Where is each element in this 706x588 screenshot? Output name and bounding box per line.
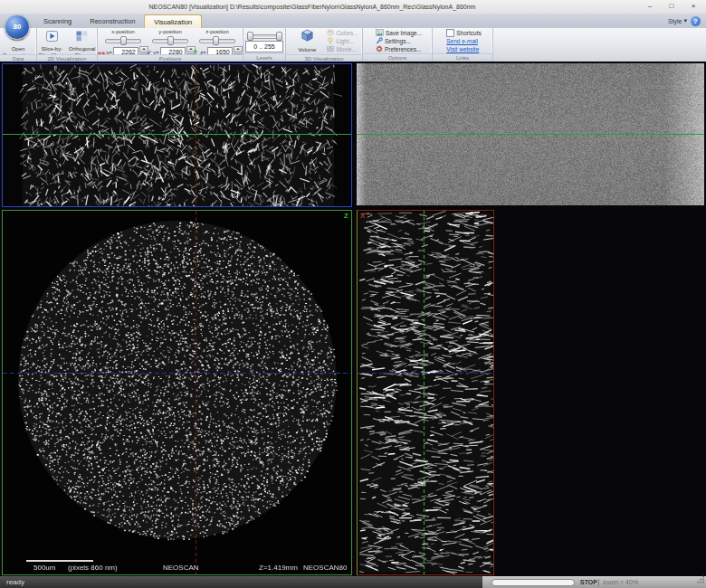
status-right: STOP zoom = 40%: [482, 576, 706, 588]
ribbon-top-right: Style ▾ ?: [668, 14, 701, 28]
shortcuts-toggle[interactable]: Shortcuts: [444, 29, 481, 37]
resize-grip[interactable]: [697, 571, 705, 587]
xy-axis-label: Z: [344, 212, 348, 220]
group-label-links: Links: [433, 53, 492, 62]
xy-crossection-panel[interactable]: Z 500um (pixels 860 nm) NEOSCAN Z=1.419m…: [2, 210, 352, 575]
yz-slice-panel[interactable]: X: [357, 210, 494, 575]
ribbon-group-options: Save Image... Settings... Preferences...…: [363, 28, 433, 62]
style-dropdown[interactable]: Style ▾: [668, 17, 687, 24]
visit-website-link[interactable]: Visit website: [444, 45, 481, 53]
save-image-icon: [376, 29, 384, 37]
projection-view[interactable]: [357, 63, 704, 205]
status-left: ready: [0, 576, 482, 588]
z-position-label: z-position: [205, 29, 229, 35]
ribbon-group-links: Shortcuts Send e-mail Visit website Link…: [433, 28, 493, 62]
window-title: NEOSCAN80 [Visualization] D:\Results\com…: [0, 0, 625, 14]
chevron-down-icon: ▾: [683, 17, 687, 24]
colors-button[interactable]: Colors...: [324, 29, 358, 37]
app-menu-orb[interactable]: 80: [5, 14, 30, 40]
palette-icon: [327, 29, 334, 37]
z-slider-thumb[interactable]: [213, 36, 219, 45]
preferences-button[interactable]: Preferences...: [373, 45, 422, 53]
ribbon-tab-row: 80 Scanning Reconstruction Visualization…: [0, 14, 706, 29]
y-slider-thumb[interactable]: [167, 36, 174, 45]
y-position-label: y-position: [158, 29, 182, 35]
light-bulb-icon: [327, 37, 334, 45]
settings-button[interactable]: Settings...: [373, 37, 422, 45]
play-movie-icon: [46, 29, 58, 45]
brand80-label: NEOSCAN80: [303, 564, 347, 572]
application-window: NEOSCAN80 [Visualization] D:\Results\com…: [0, 0, 706, 588]
shortcuts-checkbox[interactable]: [446, 29, 454, 37]
z-value-label: Z=1.419mm: [259, 564, 298, 572]
vis3d-mini-buttons: Colors... Light... Movie...: [324, 28, 358, 53]
close-button[interactable]: ×: [682, 0, 704, 14]
maximize-button[interactable]: □: [661, 0, 682, 14]
stop-button[interactable]: STOP: [580, 577, 597, 588]
ribbon-tabs: Scanning Reconstruction Visualization: [34, 14, 202, 28]
y-position-slider[interactable]: [152, 36, 188, 43]
ribbon: Open Crossections Data Slice-by-Slice Mo…: [0, 28, 706, 62]
minimize-button[interactable]: –: [639, 0, 661, 14]
x-slider-thumb[interactable]: [120, 36, 127, 45]
yz-slice-view[interactable]: [358, 211, 493, 574]
x-position-slider[interactable]: [105, 36, 141, 43]
wrench-icon: [376, 37, 383, 45]
window-controls: – □ ×: [639, 0, 704, 14]
levels-range-value[interactable]: 0 .. 255: [245, 41, 283, 52]
ribbon-group-levels: 0 .. 255 Levels: [243, 28, 286, 62]
levels-range-slider[interactable]: [247, 32, 281, 39]
orthogonal-slices-icon: [76, 29, 88, 45]
movie-button[interactable]: Movie...: [324, 45, 358, 53]
film-icon: [327, 45, 334, 53]
group-label-options: Options: [363, 53, 432, 62]
xz-slice-view[interactable]: [3, 64, 351, 206]
save-image-button[interactable]: Save Image...: [373, 29, 422, 37]
x-position-label: x-position: [111, 29, 135, 35]
light-button[interactable]: Light...: [324, 37, 358, 45]
ribbon-group-positions: x-position x= 2262 y-position: [98, 28, 243, 62]
scale-bar: [26, 560, 93, 562]
send-email-label: Send e-mail: [446, 38, 478, 44]
movie-label: Movie...: [336, 46, 357, 52]
group-label-levels: Levels: [243, 53, 285, 62]
help-icon[interactable]: ?: [691, 16, 701, 26]
visit-website-label: Visit website: [446, 46, 479, 52]
volume-cube-icon: [301, 29, 314, 46]
scale-label: 500um: [33, 564, 55, 572]
ribbon-group-2d-visualization: Slice-by-Slice Movie Orthogonal Slices 2…: [37, 28, 98, 62]
tab-visualization[interactable]: Visualization: [144, 14, 202, 29]
pixel-size-label: (pixels 860 nm): [68, 564, 118, 572]
brand-label: NEOSCAN: [163, 564, 199, 572]
ribbon-group-3d-visualization: Volume Rendering Colors... Light... Movi…: [286, 28, 363, 62]
gear-icon: [376, 45, 383, 53]
zoom-level: zoom = 40%: [603, 577, 638, 588]
xz-slice-panel[interactable]: [2, 63, 352, 207]
levels-high-thumb[interactable]: [276, 32, 282, 41]
z-position-slider[interactable]: [199, 36, 235, 43]
status-bar: ready STOP zoom = 40%: [0, 576, 706, 588]
viewport: Z 500um (pixels 860 nm) NEOSCAN Z=1.419m…: [0, 62, 706, 576]
yz-axis-label: X: [360, 212, 365, 220]
ribbon-empty-area: [493, 28, 706, 62]
send-email-link[interactable]: Send e-mail: [444, 37, 481, 45]
shortcuts-label: Shortcuts: [456, 30, 481, 36]
levels-low-thumb[interactable]: [247, 32, 253, 41]
settings-label: Settings...: [385, 38, 411, 44]
xy-crossection-view[interactable]: [3, 211, 351, 574]
save-image-label: Save Image...: [386, 30, 422, 36]
light-label: Light...: [336, 38, 354, 44]
status-message: ready: [6, 577, 24, 588]
style-label: Style: [668, 18, 682, 24]
preferences-label: Preferences...: [385, 46, 421, 52]
progress-bar: [491, 579, 575, 586]
status-separator: [598, 579, 599, 586]
colors-label: Colors...: [336, 30, 358, 36]
tab-scanning[interactable]: Scanning: [34, 14, 81, 28]
tab-reconstruction[interactable]: Reconstruction: [81, 14, 144, 28]
title-bar: NEOSCAN80 [Visualization] D:\Results\com…: [0, 0, 706, 14]
projection-panel[interactable]: [357, 63, 704, 205]
